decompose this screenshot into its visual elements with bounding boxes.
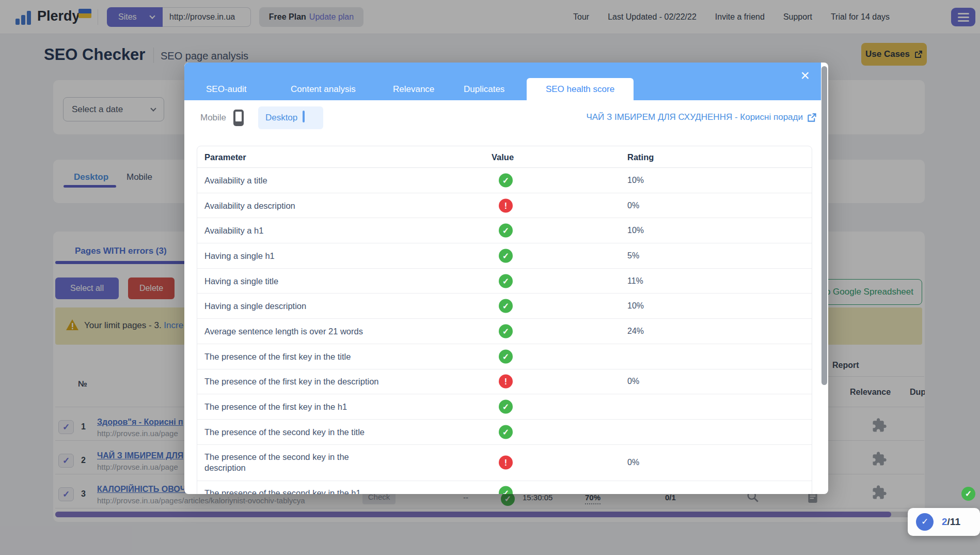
column-header-parameter: Parameter <box>204 146 246 168</box>
badge-count: 2/11 <box>942 516 960 528</box>
error-circle-icon: ! <box>499 456 513 470</box>
check-circle-icon: ✓ <box>499 274 513 288</box>
rating-value: 24% <box>627 327 644 336</box>
tab-relevance[interactable]: Relevance <box>393 78 434 100</box>
check-circle-icon: ✓ <box>961 487 975 501</box>
value-cell: ✓ <box>499 249 513 263</box>
parameter-name: Availability a description <box>204 200 295 211</box>
parameter-name: Having a single description <box>204 301 306 312</box>
parameter-name: The presence of the first key in the des… <box>204 376 379 387</box>
parameter-row: Having a single h1✓5% <box>197 243 812 269</box>
parameter-name: Having a single title <box>204 275 278 286</box>
toggle-desktop-label: Desktop <box>265 113 297 123</box>
check-circle-icon: ✓ <box>499 486 513 494</box>
rating-value: 10% <box>627 301 644 311</box>
parameter-name: The presence of the second key in the ti… <box>204 426 365 437</box>
check-circle-icon: ✓ <box>499 173 513 187</box>
value-cell: ✓ <box>499 400 513 414</box>
value-cell: ✓ <box>499 324 513 338</box>
check-circle-icon: ✓ <box>499 299 513 313</box>
value-cell: ! <box>499 456 513 470</box>
tab-duplicates[interactable]: Duplicates <box>464 78 504 100</box>
parameter-row: The presence of the second key in the h1… <box>197 481 812 494</box>
value-cell: ✓ <box>499 224 513 238</box>
parameter-name: Availability a title <box>204 175 267 186</box>
toggle-mobile[interactable]: Mobile <box>200 113 226 123</box>
value-cell: ✓ <box>499 173 513 187</box>
column-header-value: Value <box>492 146 514 168</box>
parameter-name: Having a single h1 <box>204 250 275 261</box>
rating-value: 5% <box>627 251 639 260</box>
seo-health-score-modal: SEO-audit Content analysis Relevance Dup… <box>184 63 828 494</box>
rating-value: 0% <box>627 201 639 210</box>
parameter-row: The presence of the first key in the tit… <box>197 344 812 369</box>
modal-header: SEO-audit Content analysis Relevance Dup… <box>184 63 821 100</box>
parameter-name: The presence of the first key in the tit… <box>204 351 351 362</box>
monitor-icon <box>303 112 316 124</box>
tab-seo-audit[interactable]: SEO-audit <box>206 78 246 100</box>
error-circle-icon: ! <box>499 198 513 212</box>
check-circle-icon: ✓ <box>499 249 513 263</box>
parameter-name: The presence of the second key in the de… <box>204 452 370 473</box>
parameter-name: The presence of the first key in the h1 <box>204 402 347 412</box>
device-toggle: Mobile Desktop <box>200 106 323 129</box>
analyzed-page-title: ЧАЙ З ІМБИРЕМ ДЛЯ СХУДНЕННЯ - Корисні по… <box>586 112 803 122</box>
smartphone-icon[interactable] <box>233 110 244 126</box>
parameter-table-body: Availability a title✓10%Availability a d… <box>197 168 812 494</box>
parameter-row: The presence of the second key in the de… <box>197 445 812 481</box>
value-cell: ✓ <box>499 274 513 288</box>
parameter-row: The presence of the second key in the ti… <box>197 420 812 445</box>
parameter-row: The presence of the first key in the h1✓ <box>197 394 812 420</box>
parameter-row: The presence of the first key in the des… <box>197 369 812 395</box>
parameter-row: Availability a title✓10% <box>197 168 812 193</box>
badge-check-icon: ✓ <box>916 513 934 531</box>
check-circle-icon: ✓ <box>499 224 513 238</box>
value-cell: ✓ <box>499 425 513 439</box>
progress-badge[interactable]: ✓ 2/11 <box>908 508 980 536</box>
external-link-icon <box>807 113 817 122</box>
value-cell: ✓ <box>499 486 513 494</box>
parameter-row: Availability a description!0% <box>197 193 812 219</box>
rating-value: 10% <box>627 176 644 185</box>
value-cell: ✓ <box>499 299 513 313</box>
parameter-row: Having a single description✓10% <box>197 294 812 319</box>
value-cell: ! <box>499 198 513 212</box>
tab-seo-health-score[interactable]: SEO health score <box>527 78 634 100</box>
parameter-table: Parameter Value Rating Availability a ti… <box>197 146 812 494</box>
column-header-rating: Rating <box>627 146 654 168</box>
parameter-table-header: Parameter Value Rating <box>197 146 812 168</box>
parameter-row: Having a single title✓11% <box>197 269 812 294</box>
badge-current: 2 <box>942 516 947 527</box>
parameter-name: Average sentence length is over 21 words <box>204 326 363 336</box>
value-cell: ✓ <box>499 349 513 363</box>
rating-value: 0% <box>627 458 639 467</box>
parameter-row: Availability a h1✓10% <box>197 218 812 243</box>
modal-scrollbar-thumb[interactable] <box>821 66 827 385</box>
parameter-row: Average sentence length is over 21 words… <box>197 319 812 344</box>
toggle-desktop[interactable]: Desktop <box>258 106 323 129</box>
check-circle-icon: ✓ <box>499 400 513 414</box>
rating-value: 10% <box>627 226 644 235</box>
check-circle-icon: ✓ <box>499 425 513 439</box>
analyzed-page-link[interactable]: ЧАЙ З ІМБИРЕМ ДЛЯ СХУДНЕННЯ - Корисні по… <box>586 112 817 122</box>
badge-total: /11 <box>947 516 960 527</box>
rating-value: 0% <box>627 377 639 386</box>
value-cell: ! <box>499 375 513 389</box>
check-circle-icon: ✓ <box>499 324 513 338</box>
parameter-name: The presence of the second key in the h1 <box>204 488 361 494</box>
parameter-name: Availability a h1 <box>204 225 263 236</box>
error-circle-icon: ! <box>499 375 513 389</box>
app-canvas: Plerdy Sites http://provse.in.ua Free Pl… <box>0 0 980 555</box>
check-circle-icon: ✓ <box>499 349 513 363</box>
close-icon[interactable]: × <box>800 68 810 83</box>
tab-content-analysis[interactable]: Content analysis <box>291 78 356 100</box>
rating-value: 11% <box>627 276 643 286</box>
